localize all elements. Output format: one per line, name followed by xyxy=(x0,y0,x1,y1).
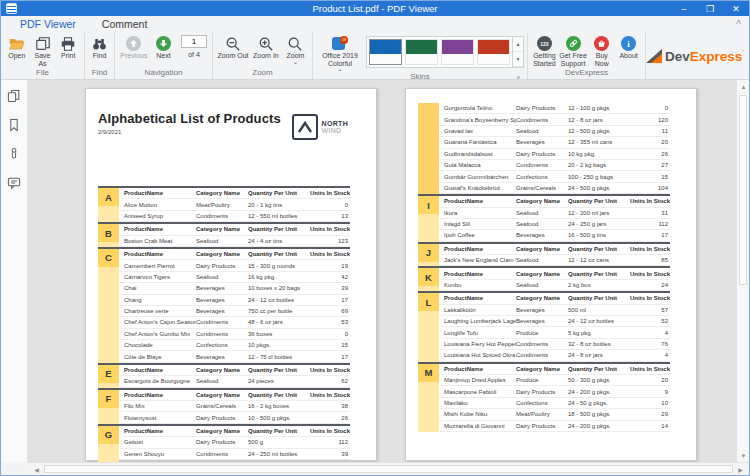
category-name-cell: Condiments xyxy=(196,213,248,219)
window-title: Product List.pdf - PDF Viewer xyxy=(1,3,749,14)
units-in-stock-cell: 26 xyxy=(630,151,670,157)
skins-dialog-launcher-icon[interactable] xyxy=(517,70,525,78)
units-in-stock-cell: 123 xyxy=(310,238,350,244)
brand-zone: DevExpress’ xyxy=(646,33,750,79)
next-button[interactable]: Next xyxy=(151,35,176,60)
quantity-per-unit-cell: 20 - 1 kg tins xyxy=(248,202,310,208)
maximize-button[interactable]: ❒ xyxy=(697,1,723,16)
page-thumbnails-icon[interactable] xyxy=(6,88,22,104)
get-free-support-button[interactable]: Get Free Support xyxy=(559,35,588,67)
minimize-button[interactable]: – xyxy=(671,1,697,16)
product-name-cell: Chai xyxy=(119,285,196,291)
column-header-category-name: Category Name xyxy=(516,366,568,372)
getting-started-label: Getting Started xyxy=(532,52,557,67)
gallery-scroll-up-icon[interactable]: ▲ xyxy=(513,37,523,52)
about-button[interactable]: i About xyxy=(616,35,641,60)
skin-swatch-purple[interactable] xyxy=(441,39,474,65)
scroll-right-icon[interactable]: ▶ xyxy=(734,463,747,476)
product-name-cell: Mishi Kobe Niku xyxy=(439,411,516,417)
zoom-in-icon xyxy=(258,35,274,52)
product-name-cell: Camembert Pierrot xyxy=(119,263,196,269)
zoom-caret-icon: ⌄ xyxy=(293,60,298,64)
ribbon-group-find: Find Find xyxy=(85,33,115,79)
scroll-down-icon[interactable]: ▼ xyxy=(737,449,750,462)
table-row: ChaiBeverages10 boxes x 20 bags39 xyxy=(119,283,350,294)
quantity-per-unit-cell: 500 g xyxy=(248,439,310,445)
titlebar: Product List.pdf - PDF Viewer – ❒ ✕ xyxy=(1,1,749,16)
skin-style-button[interactable]: 19 Office 2019 Colorful ⌄ xyxy=(317,35,363,71)
product-name-cell: Chartreuse verte xyxy=(119,308,196,314)
gallery-scroll-down-icon[interactable]: ▼ xyxy=(513,52,523,67)
report-title: Alphabetical List of Products xyxy=(98,111,281,126)
table-row: Mishi Kobe NikuMeat/Poultry18 - 500 g pk… xyxy=(439,409,670,420)
table-row: FlotemysostDairy Products10 - 500 g pkgs… xyxy=(119,412,350,423)
skin-swatch-red[interactable] xyxy=(477,39,510,65)
table-row: Côte de BlayeBeverages12 - 75 cl bottles… xyxy=(119,351,350,362)
column-header-product-name: ProductName xyxy=(119,367,196,373)
zoom-dropdown-button[interactable]: Zoom ⌄ xyxy=(283,35,308,64)
previous-button[interactable]: Previous xyxy=(119,35,149,60)
skin-gallery-swatches xyxy=(367,37,512,67)
letter-group: LProductNameCategory NameQuantity Per Un… xyxy=(418,291,670,361)
devexpress-logo: DevExpress’ xyxy=(646,49,744,64)
units-in-stock-cell: 38 xyxy=(310,403,350,409)
category-name-cell: Dairy Products xyxy=(516,105,568,111)
category-name-cell: Dairy Products xyxy=(196,263,248,269)
category-name-cell: Seafood xyxy=(516,210,568,216)
quantity-per-unit-cell: 10 boxes x 20 bags xyxy=(248,285,310,291)
quantity-per-unit-cell: 24 - 12 oz bottles xyxy=(248,297,310,303)
skin-swatch-blue[interactable] xyxy=(369,39,402,65)
print-button[interactable]: Print xyxy=(56,35,80,60)
category-name-cell: Confections xyxy=(516,174,568,180)
bookmarks-icon[interactable] xyxy=(6,117,22,133)
page-count-label: of 4 xyxy=(188,51,200,58)
units-in-stock-cell: 0 xyxy=(310,331,350,337)
table-header-row: ProductNameCategory NameQuantity Per Uni… xyxy=(119,426,350,437)
product-name-cell: Longlife Tofu xyxy=(439,330,516,336)
ribbon-collapse-icon[interactable]: ^ xyxy=(736,19,741,30)
buy-now-icon xyxy=(594,35,609,52)
table-row: Grandma's Boysenberry SpreadCondiments12… xyxy=(439,114,670,125)
column-header-quantity-per-unit: Quantity Per Unit xyxy=(248,392,310,398)
quantity-per-unit-cell: 24 - 4 oz tins xyxy=(248,238,310,244)
table-header-row: ProductNameCategory NameQuantity Per Uni… xyxy=(119,365,350,376)
tab-comment[interactable]: Comment xyxy=(89,16,161,33)
zoom-group-label: Zoom xyxy=(213,67,312,79)
ribbon-group-zoom: Zoom Out Zoom In Zoom ⌄ Zoom xyxy=(213,33,313,79)
save-as-button[interactable]: Save As xyxy=(31,35,55,67)
scroll-up-icon[interactable]: ▲ xyxy=(737,80,750,93)
getting-started-button[interactable]: 123 Getting Started xyxy=(532,35,557,67)
quantity-per-unit-cell: 5 kg pkg. xyxy=(568,330,630,336)
zoom-out-button[interactable]: Zoom Out xyxy=(217,35,249,60)
open-label: Open xyxy=(8,52,25,60)
skin-swatch-green[interactable] xyxy=(405,39,438,65)
scroll-left-icon[interactable]: ◀ xyxy=(30,463,43,476)
letter-band: J xyxy=(418,244,439,267)
tab-pdf-viewer[interactable]: PDF Viewer xyxy=(7,16,89,33)
quantity-per-unit-cell: 24 - 200 g pkgs. xyxy=(568,389,630,395)
product-name-cell: Louisiana Fiery Hot Pepper Sauce xyxy=(439,341,516,347)
zoom-in-button[interactable]: Zoom In xyxy=(251,35,281,60)
column-header-units-in-stock: Units In Stock xyxy=(310,226,350,232)
horizontal-scrollbar[interactable]: ◀ ▶ xyxy=(28,462,749,475)
comments-icon[interactable] xyxy=(6,175,22,191)
product-name-cell: Mozzarella di Giovanni xyxy=(439,423,516,429)
page-number-input[interactable] xyxy=(181,35,207,48)
document-area[interactable]: Alphabetical List of Products 2/9/2021 N… xyxy=(28,80,736,462)
close-button[interactable]: ✕ xyxy=(723,1,749,16)
product-name-cell: Gumbär Gummibärchen xyxy=(439,174,516,180)
letter-group: CProductNameCategory NameQuantity Per Un… xyxy=(98,247,350,363)
column-header-units-in-stock: Units In Stock xyxy=(310,367,350,373)
vertical-scrollbar[interactable]: ▲ ▼ xyxy=(736,80,749,462)
vertical-scroll-thumb[interactable] xyxy=(739,95,747,285)
horizontal-scroll-thumb[interactable] xyxy=(44,465,733,473)
category-name-cell: Condiments xyxy=(516,162,568,168)
open-button[interactable]: Open xyxy=(5,35,29,60)
buy-now-button[interactable]: Buy Now xyxy=(589,35,614,67)
column-header-category-name: Category Name xyxy=(196,190,248,196)
find-button[interactable]: Find xyxy=(89,35,110,60)
save-as-label: Save As xyxy=(31,52,55,67)
category-name-cell: Confections xyxy=(196,342,248,348)
letter-badge: M xyxy=(418,364,439,382)
attachments-icon[interactable] xyxy=(6,146,22,162)
